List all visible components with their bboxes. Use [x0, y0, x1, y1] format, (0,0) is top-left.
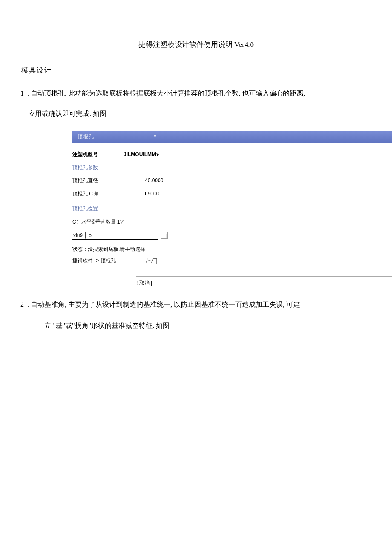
path-text: 捷得软件- > 顶棍孔	[72, 258, 116, 264]
position-option-row: C）水平©垂直数量 1V	[72, 218, 383, 226]
path-row: 捷得软件- > 顶棍孔 （~厂|	[72, 257, 383, 264]
divider-line	[136, 276, 392, 277]
machine-model-label: 注塑机型号	[72, 151, 124, 158]
params-heading: 顶棍孔参数	[72, 164, 124, 171]
position-heading-row: 顶棍孔位置	[72, 205, 383, 212]
diameter-value[interactable]: 40.0000	[145, 177, 163, 184]
position-option-text[interactable]: C）水平©垂直数量 1V	[72, 219, 123, 225]
input-side-button[interactable]: 口	[161, 232, 168, 239]
input-row: xlu9 │ o 口	[72, 232, 383, 240]
c-angle-label: 顶棍孔 C 角	[72, 190, 145, 197]
close-icon[interactable]: ×	[153, 132, 157, 141]
item-2-paragraph: 2. 自动基准角, 主要为了从设计到制造的基准统一, 以防止因基准不统一而造成加…	[9, 298, 383, 333]
item-1-text: . 自动顶棍孔, 此功能为选取底板将根据底板大小计算推荐的顶棍孔个数, 也可输入…	[27, 90, 305, 97]
dialog-title-text: 顶棍孔	[78, 134, 94, 139]
cancel-button[interactable]: ! 取消 |	[136, 280, 152, 286]
item-1-number: 1	[20, 87, 24, 100]
diameter-label: 顶棍孔直径	[72, 177, 145, 184]
item-2-number: 2	[20, 298, 24, 311]
status-text: 状态：没搜索到底板,请手动选择	[72, 246, 383, 253]
machine-model-value: JILMOUILMMV	[124, 151, 159, 158]
position-heading: 顶棍孔位置	[72, 205, 124, 212]
item-2-text: . 自动基准角, 主要为了从设计到制造的基准统一, 以防止因基准不统一而造成加工…	[27, 301, 300, 308]
dialog-titlebar: 顶棍孔 ×	[72, 131, 392, 143]
dialog-screenshot: 顶棍孔 × 注塑机型号 JILMOUILMMV 顶棍孔参数 顶棍孔直径 40.0…	[9, 131, 383, 287]
diameter-row: 顶棍孔直径 40.0000	[72, 177, 383, 184]
dialog-body: 注塑机型号 JILMOUILMMV 顶棍孔参数 顶棍孔直径 40.0000 顶棍…	[72, 143, 383, 287]
item-1-paragraph: 1. 自动顶棍孔, 此功能为选取底板将根据底板大小计算推荐的顶棍孔个数, 也可输…	[9, 87, 383, 100]
machine-model-row: 注塑机型号 JILMOUILMMV	[72, 151, 383, 158]
cancel-row: ! 取消 |	[72, 279, 383, 287]
text-input[interactable]: xlu9 │ o	[72, 232, 158, 240]
params-heading-row: 顶棍孔参数	[72, 164, 383, 171]
path-suffix: （~厂|	[143, 258, 157, 264]
document-title: 捷得注塑模设计软件使用说明 Ver4.0	[9, 38, 383, 52]
section-heading-1: 一. 模具设计	[9, 64, 383, 77]
c-angle-value[interactable]: L5000	[145, 190, 159, 197]
item-2-subtext: 立" 基"或"拐角"形状的基准减空特征. 如图	[20, 319, 383, 333]
item-1-subtext: 应用或确认即可完成. 如图	[9, 108, 383, 120]
c-angle-row: 顶棍孔 C 角 L5000	[72, 190, 383, 197]
